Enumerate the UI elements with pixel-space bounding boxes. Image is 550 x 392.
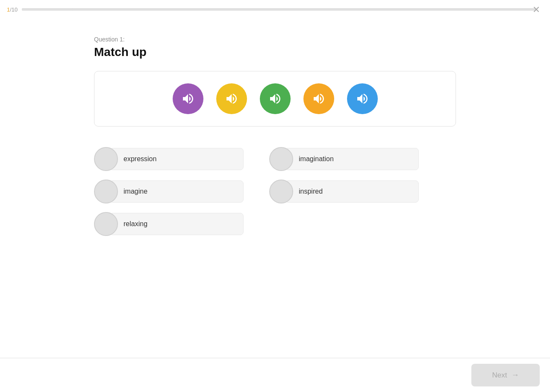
audio-box (94, 71, 456, 127)
close-button[interactable] (529, 3, 543, 16)
next-button[interactable]: Next → (471, 364, 540, 386)
answer-item-inspired[interactable]: inspired (269, 180, 419, 203)
answer-circle-relaxing (94, 212, 118, 236)
answer-circle-inspired (269, 180, 293, 203)
answer-item-imagine[interactable]: imagine (94, 180, 244, 203)
question-title: Match up (94, 45, 456, 59)
volume-icon-2 (225, 92, 238, 106)
answer-label-relaxing: relaxing (109, 213, 244, 235)
answer-circle-expression (94, 147, 118, 171)
answer-label-imagination: imagination (285, 148, 419, 170)
answer-label-inspired: inspired (285, 180, 419, 203)
progress-bar-fill (22, 8, 73, 11)
next-arrow-icon: → (511, 371, 519, 380)
answer-item-imagination[interactable]: imagination (269, 147, 419, 171)
header: 1/10 (0, 0, 550, 19)
question-label: Question 1: (94, 36, 456, 43)
answer-circle-imagination (269, 147, 293, 171)
next-label: Next (492, 371, 507, 380)
audio-button-5[interactable] (347, 83, 378, 114)
audio-button-1[interactable] (173, 83, 203, 114)
answer-item-relaxing[interactable]: relaxing (94, 212, 244, 236)
volume-icon-5 (356, 92, 369, 106)
close-icon (532, 5, 541, 14)
answers-grid: expression imagination imagine inspired … (94, 147, 419, 236)
audio-button-4[interactable] (303, 83, 334, 114)
progress-bar (22, 8, 536, 11)
audio-button-2[interactable] (216, 83, 247, 114)
footer: Next → (0, 358, 550, 392)
answer-label-expression: expression (109, 148, 244, 170)
main-content: Question 1: Match up (0, 19, 550, 236)
answer-item-expression[interactable]: expression (94, 147, 244, 171)
answer-circle-imagine (94, 180, 118, 203)
progress-label: 1/10 (7, 6, 18, 13)
audio-button-3[interactable] (260, 83, 291, 114)
volume-icon-1 (181, 92, 195, 106)
volume-icon-4 (312, 92, 326, 106)
volume-icon-3 (268, 92, 282, 106)
progress-total: 10 (12, 6, 18, 13)
answer-label-imagine: imagine (109, 180, 244, 203)
